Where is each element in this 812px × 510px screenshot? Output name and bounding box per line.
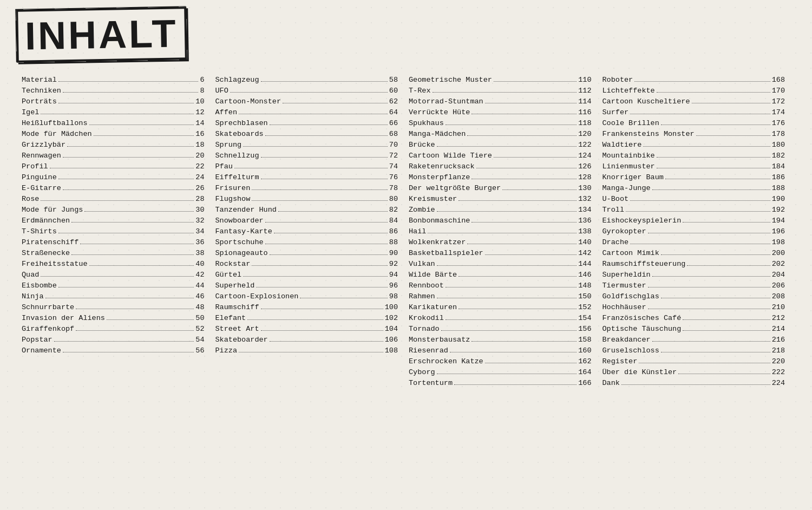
toc-entry: Frisuren78 xyxy=(215,184,398,192)
toc-dots xyxy=(437,374,577,374)
toc-page-number: 148 xyxy=(578,282,591,290)
toc-dots xyxy=(437,211,577,212)
toc-label: Mode für Jungs xyxy=(22,206,83,214)
toc-entry: T-Shirts34 xyxy=(22,227,205,236)
toc-label: Ornamente xyxy=(22,346,61,355)
toc-page-number: 190 xyxy=(772,195,785,203)
toc-entry: Flugshow80 xyxy=(215,195,398,203)
toc-page-number: 62 xyxy=(389,97,398,106)
toc-dots xyxy=(472,179,577,179)
toc-dots xyxy=(665,179,770,179)
toc-entry: Register220 xyxy=(603,357,785,365)
toc-entry: Eishockeyspielerin194 xyxy=(603,217,785,225)
toc-entry: Skateboarder106 xyxy=(215,336,398,344)
toc-entry: Material6 xyxy=(22,76,205,84)
toc-dots xyxy=(454,384,577,385)
toc-page-number: 64 xyxy=(389,108,398,116)
toc-dots xyxy=(300,298,387,298)
toc-label: Rennboot xyxy=(409,282,444,290)
toc-label: Coole Brillen xyxy=(603,119,659,127)
toc-dots xyxy=(459,309,577,309)
toc-entry: Rockstar92 xyxy=(215,260,398,268)
toc-label: Troll xyxy=(603,206,625,214)
toc-entry: Schlagzeug58 xyxy=(215,76,398,84)
toc-label: Der weltgrößte Burger xyxy=(409,184,501,192)
toc-page-number: 144 xyxy=(578,260,591,268)
toc-page-number: 70 xyxy=(389,141,398,149)
toc-label: Porträts xyxy=(22,97,57,106)
toc-entry: Brücke122 xyxy=(409,141,592,149)
toc-label: Igel xyxy=(22,108,39,116)
toc-page-number: 212 xyxy=(772,314,785,322)
toc-label: Popstar xyxy=(22,336,53,344)
toc-entry: Bonbonmaschine136 xyxy=(409,217,592,225)
toc-page-number: 100 xyxy=(385,303,398,311)
toc-page-number: 112 xyxy=(578,87,591,95)
toc-entry: Techniken8 xyxy=(22,87,205,95)
toc-entry: Raketenrucksack126 xyxy=(409,162,592,171)
toc-label: Breakdancer xyxy=(603,336,651,344)
toc-label: T-Shirts xyxy=(22,227,57,236)
toc-page-number: 142 xyxy=(578,249,591,257)
toc-label: Kreismuster xyxy=(409,195,457,203)
toc-label: Quad xyxy=(22,271,39,279)
toc-page-number: 150 xyxy=(578,292,591,300)
toc-label: Cyborg xyxy=(409,368,435,376)
toc-page-number: 36 xyxy=(195,238,204,246)
toc-entry: U-Boot190 xyxy=(603,195,785,203)
toc-label: Freiheitsstatue xyxy=(22,260,88,268)
toc-entry: Spionageauto90 xyxy=(215,249,398,257)
toc-page-number: 184 xyxy=(772,162,785,171)
toc-dots xyxy=(84,211,194,212)
toc-dots xyxy=(437,146,577,147)
toc-page-number: 110 xyxy=(578,76,591,84)
toc-label: Spukhaus xyxy=(409,119,444,127)
title-block: INHALT xyxy=(16,8,187,61)
toc-entry: Cartoon Kuscheltiere172 xyxy=(603,97,785,106)
toc-dots xyxy=(687,265,770,266)
toc-entry: Gürtel94 xyxy=(215,271,398,279)
toc-dots xyxy=(76,330,194,331)
toc-dots xyxy=(261,81,388,82)
toc-entry: Linienmuster184 xyxy=(603,162,785,171)
toc-entry: Gyrokopter196 xyxy=(603,227,785,236)
toc-entry: Optische Täuschung214 xyxy=(603,325,785,333)
toc-page-number: 182 xyxy=(772,152,785,160)
toc-entry: E-Gitarre26 xyxy=(22,184,205,192)
toc-page-number: 58 xyxy=(389,76,398,84)
toc-label: Schlagzeug xyxy=(215,76,259,84)
toc-entry: Skateboards68 xyxy=(215,130,398,138)
toc-entry: Elefant102 xyxy=(215,314,398,322)
toc-entry: Cyborg164 xyxy=(409,368,592,376)
toc-entry: Lichteffekte170 xyxy=(603,87,785,95)
toc-page-number: 114 xyxy=(578,97,591,106)
toc-entry: Rennwagen20 xyxy=(22,152,205,160)
toc-dots xyxy=(54,341,194,342)
toc-page-number: 6 xyxy=(200,76,204,84)
toc-page-number: 174 xyxy=(772,108,785,116)
toc-page-number: 86 xyxy=(389,227,398,236)
toc-column-4: Roboter168Lichteffekte170Cartoon Kuschel… xyxy=(597,76,791,510)
toc-entry: Mountainbike182 xyxy=(603,152,785,160)
toc-label: Street Art xyxy=(215,325,259,333)
toc-page-number: 12 xyxy=(195,108,204,116)
toc-page-number: 202 xyxy=(772,260,785,268)
toc-dots xyxy=(472,341,577,342)
toc-label: Superheld xyxy=(215,282,255,290)
toc-dots xyxy=(648,309,770,309)
toc-entry: Sportschuhe88 xyxy=(215,238,398,246)
toc-label: Goldfischglas xyxy=(603,292,659,300)
toc-dots xyxy=(657,168,770,168)
toc-page-number: 158 xyxy=(578,336,591,344)
toc-page-number: 188 xyxy=(772,184,785,192)
toc-dots xyxy=(107,319,194,320)
toc-page-number: 210 xyxy=(772,303,785,311)
toc-label: Erdmännchen xyxy=(22,217,70,225)
toc-dots xyxy=(58,81,199,82)
toc-dots xyxy=(270,254,388,255)
toc-entry: Cartoon Wilde Tiere124 xyxy=(409,152,592,160)
toc-dots xyxy=(261,330,383,331)
toc-page-number: 128 xyxy=(578,173,591,181)
toc-dots xyxy=(243,276,388,277)
toc-page-number: 208 xyxy=(772,292,785,300)
